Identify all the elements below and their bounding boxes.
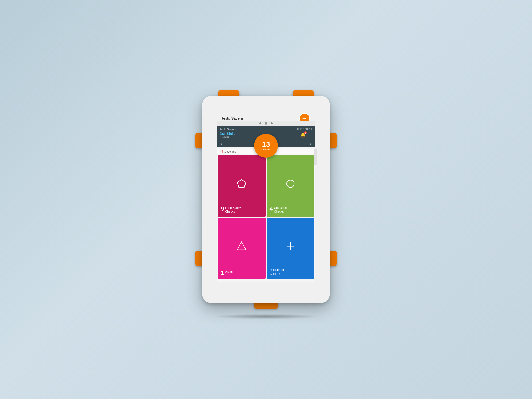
camera-dot-main (265, 122, 267, 125)
device-body: testo Saveris testo testo Saveris 8:24 1… (202, 96, 330, 303)
overdue-icon: ⏰ (220, 150, 223, 153)
nav-prev-arrow[interactable]: < (220, 142, 222, 146)
app-title: testo Saveris (220, 128, 237, 131)
tiles-grid: 9 Food SafetyChecks (217, 155, 315, 280)
camera-dot-small (259, 122, 261, 124)
pentagon-icon (236, 178, 247, 191)
controls-circle: 13 Controls (254, 134, 278, 158)
tile-alarm[interactable]: 1 Alarm (218, 218, 266, 279)
tile-unplanned-name: UnplannedControls (270, 268, 284, 276)
header-icons: 🔔 1 ⋮ (300, 132, 312, 138)
svg-marker-2 (237, 242, 246, 250)
device-label: testo Saveris (222, 116, 244, 120)
plus-icon (285, 240, 296, 253)
app-time: 8:24 1/31/18 (297, 128, 312, 131)
device-shadow (213, 314, 319, 319)
svg-point-1 (287, 180, 294, 188)
tile-operational-info: 4 OperationalChecks (270, 206, 289, 214)
tile-alarm-name: Alarm (225, 270, 233, 273)
tile-unplanned-info: UnplannedControls (270, 268, 284, 276)
tile-alarm-info: 1 Alarm (221, 270, 233, 276)
circle-icon (285, 178, 296, 191)
controls-number: 13 (262, 141, 270, 148)
app-date: 1/31/18 (220, 136, 235, 139)
tile-food-safety[interactable]: 9 Food SafetyChecks (218, 155, 266, 217)
tile-operational-name: OperationalChecks (274, 206, 289, 214)
tablet-screen: testo Saveris 8:24 1/31/18 1st Shift 1/3… (217, 126, 315, 282)
bell-badge: 1 (304, 131, 307, 134)
app-screen: testo Saveris 8:24 1/31/18 1st Shift 1/3… (217, 126, 315, 282)
device-shell: testo Saveris testo testo Saveris 8:24 1… (192, 85, 340, 314)
tile-operational-count: 4 (270, 206, 273, 212)
bell-icon[interactable]: 🔔 1 (300, 132, 306, 138)
tile-unplanned-controls[interactable]: UnplannedControls (267, 218, 315, 279)
tile-food-name: Food SafetyChecks (225, 206, 241, 214)
tile-food-count: 9 (221, 206, 224, 212)
tile-alarm-count: 1 (221, 270, 224, 276)
more-menu-icon[interactable]: ⋮ (308, 132, 312, 138)
device-right-edge (314, 149, 317, 165)
controls-label: Controls (261, 148, 271, 151)
overdue-text: 1 overdue (224, 150, 236, 153)
svg-marker-0 (237, 180, 246, 188)
app-shift[interactable]: 1st Shift (220, 131, 235, 136)
tile-operational-checks[interactable]: 4 OperationalChecks (267, 155, 315, 217)
triangle-icon (236, 240, 247, 253)
camera-bar (217, 121, 315, 126)
nav-next-arrow[interactable]: > (310, 142, 312, 146)
tiles-area: ⏰ 1 overdue 9 (217, 147, 315, 282)
tile-food-info: 9 Food SafetyChecks (221, 206, 241, 214)
camera-dot-small2 (271, 122, 273, 124)
